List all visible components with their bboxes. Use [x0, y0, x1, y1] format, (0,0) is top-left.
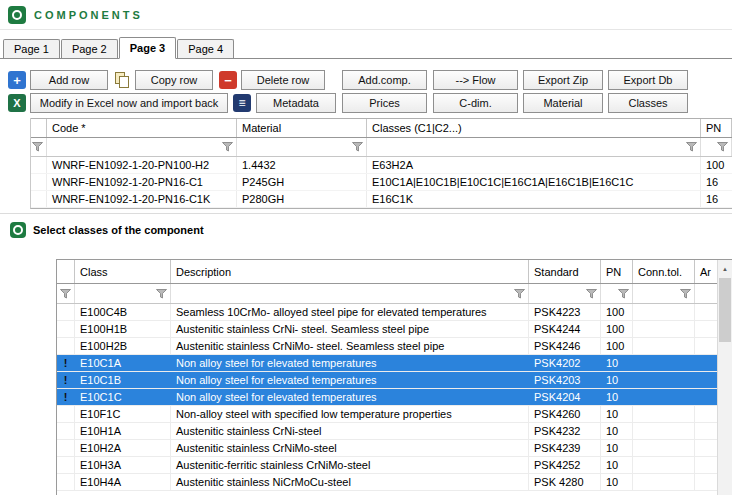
cell-classes: E16C1K [367, 191, 701, 207]
class-filter-row [57, 284, 732, 304]
filter-icon[interactable] [60, 289, 71, 299]
delete-row-button[interactable]: Delete row [241, 70, 325, 90]
modify-in-excel-button[interactable]: Modify in Excel now and import back [30, 93, 228, 113]
cell-class: E10C1B [75, 372, 171, 388]
filter-cell-description[interactable] [171, 284, 529, 303]
cell-conn-tol [633, 423, 695, 439]
component-row[interactable]: WNRF-EN1092-1-20-PN16-C1 P245GH E10C1A|E… [31, 174, 732, 191]
filter-cell-indicator[interactable] [31, 138, 47, 156]
cell-standard: PSK 4280 [529, 474, 601, 490]
metadata-button[interactable]: Metadata [256, 93, 336, 113]
tab-page-1[interactable]: Page 1 [3, 39, 60, 58]
cell-conn-tol [633, 474, 695, 490]
add-row-button[interactable]: Add row [30, 70, 108, 90]
filter-icon[interactable] [680, 289, 691, 299]
cell-pn: 10 [601, 474, 633, 490]
class-row[interactable]: ! E10C1C Non alloy steel for elevated te… [57, 389, 732, 406]
cell-description: Austenitic stainless CrNiMo-steel [171, 440, 529, 456]
class-grid-header: Class Description Standard PN Conn.tol. … [57, 260, 732, 284]
column-header-pn[interactable]: PN [701, 119, 732, 137]
filter-icon[interactable] [618, 289, 629, 299]
class-row[interactable]: E10F1C Non-alloy steel with specified lo… [57, 406, 732, 423]
cell-standard: PSK4246 [529, 338, 601, 354]
column-header-conn-tol[interactable]: Conn.tol. [633, 260, 695, 283]
cell-conn-tol [633, 406, 695, 422]
filter-cell-conn-tol[interactable] [633, 284, 695, 303]
copy-icon[interactable] [113, 71, 131, 89]
cell-class: E100C4B [75, 304, 171, 320]
export-db-button[interactable]: Export Db [608, 70, 688, 90]
filter-cell-classes[interactable] [367, 138, 701, 156]
filter-icon[interactable] [222, 142, 233, 152]
column-header-class[interactable]: Class [75, 260, 171, 283]
cell-description: Austenitic stainless CrNi- steel. Seamle… [171, 321, 529, 337]
column-header-material[interactable]: Material [237, 119, 367, 137]
metadata-icon[interactable]: ≡ [233, 94, 251, 112]
column-header-standard[interactable]: Standard [529, 260, 601, 283]
class-row[interactable]: E10H1A Austenitic stainless CrNi-steel P… [57, 423, 732, 440]
class-row[interactable]: E10H3A Austenitic-ferritic stainless CrN… [57, 457, 732, 474]
plus-icon[interactable]: + [8, 71, 26, 89]
scrollbar-thumb[interactable] [719, 278, 731, 342]
class-row[interactable]: E10H2A Austenitic stainless CrNiMo-steel… [57, 440, 732, 457]
scroll-up-icon[interactable]: ▲ [718, 260, 732, 277]
cell-conn-tol [633, 355, 695, 371]
filter-icon[interactable] [514, 289, 525, 299]
cell-pn: 10 [601, 440, 633, 456]
filter-icon[interactable] [32, 142, 43, 152]
class-row[interactable]: E100H2B Austenitic stainless CrNiMo- ste… [57, 338, 732, 355]
cell-conn-tol [633, 440, 695, 456]
class-row[interactable]: ! E10C1A Non alloy steel for elevated te… [57, 355, 732, 372]
filter-icon[interactable] [586, 289, 597, 299]
tab-page-4[interactable]: Page 4 [177, 39, 234, 58]
row-indicator-header [31, 119, 47, 137]
material-button[interactable]: Material [523, 93, 603, 113]
cell-standard: PSK4260 [529, 406, 601, 422]
filter-cell-standard[interactable] [529, 284, 601, 303]
cell-pn: 100 [601, 321, 633, 337]
class-row[interactable]: E100H1B Austenitic stainless CrNi- steel… [57, 321, 732, 338]
component-row[interactable]: WNRF-EN1092-1-20-PN16-C1K P280GH E16C1K … [31, 191, 732, 208]
cell-description: Austenitic stainless CrNi-steel [171, 423, 529, 439]
tab-page-2[interactable]: Page 2 [61, 39, 118, 58]
filter-icon[interactable] [352, 142, 363, 152]
filter-icon[interactable] [156, 289, 167, 299]
filter-icon[interactable] [686, 142, 697, 152]
minus-icon[interactable]: − [219, 71, 237, 89]
cell-description: Non alloy steel for elevated temperature… [171, 372, 529, 388]
vertical-scrollbar[interactable]: ▲ [717, 260, 732, 495]
export-zip-button[interactable]: Export Zip [523, 70, 603, 90]
cell-code: WNRF-EN1092-1-20-PN100-H2 [47, 157, 237, 173]
component-row[interactable]: WNRF-EN1092-1-20-PN100-H2 1.4432 E63H2A … [31, 157, 732, 174]
class-row[interactable]: ! E10C1B Non alloy steel for elevated te… [57, 372, 732, 389]
row-indicator [31, 174, 47, 190]
cell-code: WNRF-EN1092-1-20-PN16-C1 [47, 174, 237, 190]
selection-mark: ! [57, 372, 75, 388]
excel-icon[interactable]: X [8, 94, 26, 112]
filter-cell-material[interactable] [237, 138, 367, 156]
column-header-classes[interactable]: Classes (C1|C2...) [367, 119, 701, 137]
class-row[interactable]: E100C4B Seamless 10CrMo- alloyed steel p… [57, 304, 732, 321]
filter-cell-class[interactable] [75, 284, 171, 303]
copy-row-button[interactable]: Copy row [135, 70, 213, 90]
flow-button[interactable]: --> Flow [433, 70, 518, 90]
cell-standard: PSK4252 [529, 457, 601, 473]
add-comp-button[interactable]: Add.comp. [342, 70, 427, 90]
classes-button[interactable]: Classes [608, 93, 688, 113]
cell-pn: 10 [601, 355, 633, 371]
column-header-pn[interactable]: PN [601, 260, 633, 283]
cell-standard: PSK4232 [529, 423, 601, 439]
tab-page-3[interactable]: Page 3 [119, 37, 176, 59]
page-tab-strip: Page 1 Page 2 Page 3 Page 4 [0, 36, 732, 59]
filter-cell-code[interactable] [47, 138, 237, 156]
filter-cell-indicator[interactable] [57, 284, 75, 303]
filter-cell-pn[interactable] [601, 284, 633, 303]
prices-button[interactable]: Prices [342, 93, 427, 113]
c-dim-button[interactable]: C-dim. [433, 93, 518, 113]
filter-icon[interactable] [717, 142, 728, 152]
column-header-description[interactable]: Description [171, 260, 529, 283]
column-header-code[interactable]: Code * [47, 119, 237, 137]
dialog-title: Select classes of the component [33, 224, 204, 236]
filter-cell-pn[interactable] [701, 138, 732, 156]
class-row[interactable]: E10H4A Austenitic stainless NiCrMoCu-ste… [57, 474, 732, 491]
